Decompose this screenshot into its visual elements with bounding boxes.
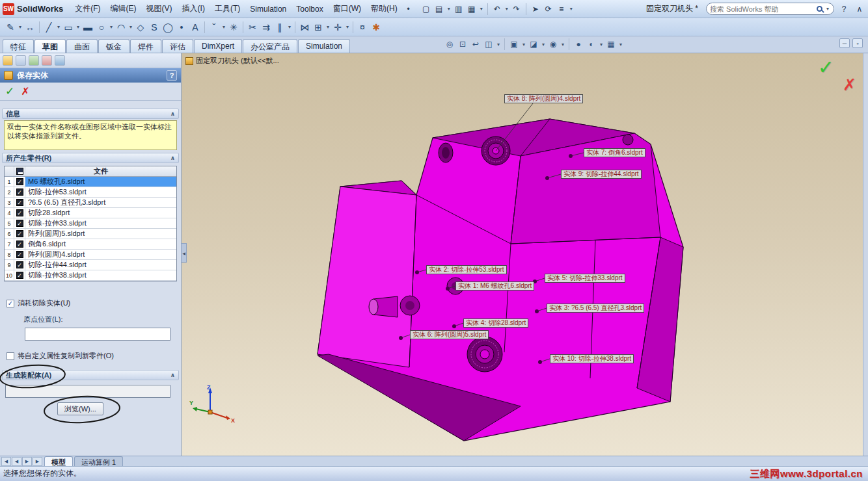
- previous-view-icon[interactable]: ↩: [470, 38, 481, 50]
- menu-pin-icon[interactable]: •: [403, 3, 414, 15]
- tab-weldments[interactable]: 焊件: [130, 39, 161, 53]
- flyout-featuremanager[interactable]: 固定双刀机头 (默认<<默...: [185, 56, 279, 66]
- sketch-icon[interactable]: ✎: [4, 21, 17, 34]
- search-dropdown-icon[interactable]: ▾: [825, 6, 830, 12]
- tab-features[interactable]: 特征: [3, 39, 34, 53]
- minimize-document-icon[interactable]: ─: [839, 38, 850, 48]
- apply-scene-icon[interactable]: ◐: [586, 38, 597, 50]
- view-settings-icon[interactable]: ▦: [605, 38, 617, 50]
- table-row[interactable]: 2 ✓ 切除-拉伸53.sldprt: [5, 187, 176, 198]
- tab-dimxpert[interactable]: DimXpert: [194, 39, 242, 53]
- body-callout-3[interactable]: 实体 3: ?6.5 (6.5) 直径孔3.sldprt: [547, 304, 644, 313]
- smart-dimension-icon[interactable]: ↔: [23, 21, 36, 34]
- ellipse-icon[interactable]: ◯: [161, 21, 174, 34]
- move-dropdown-icon[interactable]: ▾: [345, 24, 350, 30]
- open-dropdown-icon[interactable]: ▾: [446, 6, 452, 12]
- quick-snaps-icon[interactable]: ¤: [356, 21, 369, 34]
- body-callout-10[interactable]: 实体 10: 切除-拉伸38.sldprt: [550, 354, 634, 363]
- lower-pulley[interactable]: [467, 337, 502, 372]
- row-checkbox[interactable]: ✓: [14, 270, 25, 280]
- cad-model[interactable]: [182, 53, 868, 456]
- menu-edit[interactable]: 编辑(E): [106, 1, 141, 16]
- table-row[interactable]: 9 ✓ 切除-拉伸44.sldprt: [5, 260, 176, 270]
- view-orientation-icon[interactable]: ▣: [508, 38, 520, 50]
- row-filename[interactable]: 切除-拉伸44.sldprt: [25, 260, 176, 270]
- zoom-fit-icon[interactable]: ◎: [444, 38, 455, 50]
- tab-sketch[interactable]: 草图: [34, 39, 66, 53]
- row-checkbox[interactable]: ✓: [14, 239, 25, 249]
- row-filename[interactable]: 切除-拉伸33.sldprt: [25, 218, 176, 228]
- configurationmanager-tab-icon[interactable]: [29, 55, 39, 66]
- point-icon[interactable]: •: [175, 21, 188, 34]
- move-entities-icon[interactable]: ✛: [331, 21, 344, 34]
- task-pane-strip[interactable]: [863, 53, 868, 456]
- assembly-path-input[interactable]: [5, 385, 170, 398]
- select-icon[interactable]: ➤: [530, 3, 541, 15]
- trim-entities-icon[interactable]: ✂: [246, 21, 259, 34]
- table-row[interactable]: 7 ✓ 倒角6.sldprt: [5, 239, 176, 250]
- new-document-icon[interactable]: ▢: [420, 3, 432, 15]
- featuremanager-tree-tab-icon[interactable]: [3, 55, 13, 66]
- display-style-dropdown-icon[interactable]: ▾: [541, 42, 546, 47]
- undo-icon[interactable]: ↶: [491, 3, 503, 15]
- menu-toolbox[interactable]: Toolbox: [292, 3, 327, 16]
- cancel-button[interactable]: ✗: [21, 85, 29, 98]
- centerpoint-arc-icon[interactable]: ◠: [115, 21, 128, 34]
- table-row[interactable]: 4 ✓ 切除28.sldprt: [5, 208, 176, 218]
- options-dropdown-icon[interactable]: ▾: [569, 6, 574, 12]
- body-callout-7[interactable]: 实体 7: 倒角6.sldprt: [584, 148, 645, 157]
- mirror-entities-icon[interactable]: ⋈: [298, 21, 311, 34]
- menu-file[interactable]: 文件(F): [70, 1, 105, 16]
- consume-bodies-checkbox[interactable]: ✓ 消耗切除实体(U): [7, 298, 70, 308]
- orientation-dropdown-icon[interactable]: ▾: [521, 42, 526, 47]
- row-filename[interactable]: M6 螺纹孔6.sldprt: [25, 177, 176, 187]
- parts-section-header[interactable]: 所产生零件(R) ∧: [2, 153, 179, 163]
- collapse-menubar-icon[interactable]: ∧: [854, 3, 865, 15]
- restore-document-icon[interactable]: ▫: [852, 38, 863, 48]
- menu-window[interactable]: 窗口(W): [329, 1, 366, 16]
- edit-appearance-icon[interactable]: ●: [573, 38, 584, 50]
- display-style-icon[interactable]: ◪: [528, 38, 539, 50]
- save-icon[interactable]: ▥: [453, 3, 465, 15]
- menu-simulation[interactable]: Simulation: [245, 3, 291, 16]
- menu-view[interactable]: 视图(V): [142, 1, 177, 16]
- displaymanager-tab-icon[interactable]: [55, 55, 65, 66]
- tab-scroll-next-icon[interactable]: ▶: [22, 457, 32, 466]
- sketch-dropdown-icon[interactable]: ▾: [18, 24, 23, 30]
- scene-dropdown-icon[interactable]: ▾: [599, 42, 604, 47]
- menu-insert[interactable]: 插入(I): [178, 1, 210, 16]
- body-callout-8[interactable]: 实体 8: 阵列(圆周)4.sldprt: [504, 94, 583, 103]
- arc-dropdown-icon[interactable]: ▾: [128, 24, 133, 30]
- circle-icon[interactable]: ○: [95, 21, 108, 34]
- propertymanager-tab-icon[interactable]: [16, 55, 26, 66]
- menu-tools[interactable]: 工具(T): [210, 1, 245, 16]
- body-callout-9[interactable]: 实体 9: 切除-拉伸44.sldprt: [561, 170, 642, 179]
- model-left-wall[interactable]: [318, 187, 416, 367]
- pattern-dropdown-icon[interactable]: ▾: [325, 24, 331, 30]
- body-callout-2[interactable]: 实体 2: 切除-拉伸53.sldprt: [426, 265, 507, 274]
- row-checkbox[interactable]: ✓: [14, 187, 25, 197]
- row-filename[interactable]: 倒角6.sldprt: [25, 239, 176, 249]
- create-assembly-section-header[interactable]: 生成装配体(A) ∧: [2, 370, 179, 380]
- tab-sheet-metal[interactable]: 钣金: [98, 39, 129, 53]
- row-checkbox[interactable]: ✓: [14, 218, 25, 228]
- polygon-icon[interactable]: ◇: [134, 21, 147, 34]
- straight-slot-icon[interactable]: ▬: [81, 21, 94, 34]
- row-filename[interactable]: ?6.5 (6.5) 直径孔3.sldprt: [25, 198, 176, 207]
- row-filename[interactable]: 切除-拉伸53.sldprt: [25, 187, 176, 197]
- panel-collapse-handle[interactable]: ◀: [182, 243, 187, 263]
- row-filename[interactable]: 阵列(圆周)4.sldprt: [25, 250, 176, 259]
- tab-scroll-first-icon[interactable]: ◀: [1, 457, 11, 466]
- tab-office-products[interactable]: 办公室产品: [243, 39, 297, 53]
- text-icon[interactable]: A: [189, 21, 202, 34]
- open-document-icon[interactable]: ▤: [433, 3, 445, 15]
- table-row[interactable]: 1 ✓ M6 螺纹孔6.sldprt: [5, 177, 176, 187]
- tab-motion-study[interactable]: 运动算例 1: [74, 456, 123, 466]
- print-icon[interactable]: ▦: [466, 3, 478, 15]
- offset-entities-icon[interactable]: ∥: [273, 21, 286, 34]
- row-filename[interactable]: 阵列(圆周)5.sldprt: [25, 229, 176, 239]
- dimxpertmanager-tab-icon[interactable]: [42, 55, 52, 66]
- options-icon[interactable]: ≡: [556, 3, 567, 15]
- body-callout-4[interactable]: 实体 4: 切除28.sldprt: [463, 318, 528, 328]
- row-checkbox[interactable]: ✓: [14, 208, 25, 218]
